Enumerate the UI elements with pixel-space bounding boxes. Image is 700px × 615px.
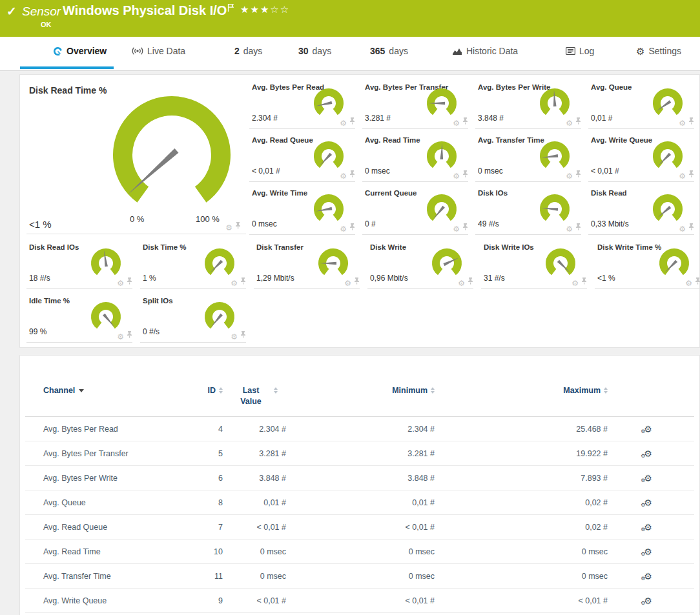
channel-name-link[interactable]: Avg. Bytes Per Read bbox=[25, 425, 180, 434]
channel-settings-icon[interactable]: ⚙⚙ bbox=[641, 596, 652, 605]
gauge-tile-avg-read-time[interactable]: Avg. Read Time 0 msec ⚙ bbox=[362, 133, 468, 182]
channel-settings-icon[interactable]: ⚙⚙ bbox=[641, 449, 652, 458]
gauge-pin-icon[interactable] bbox=[575, 116, 581, 127]
gauge-pin-icon[interactable] bbox=[581, 276, 587, 287]
gauge-pin-icon[interactable] bbox=[240, 276, 246, 287]
star-filled-icon[interactable]: ★ bbox=[260, 4, 270, 15]
channel-name-link[interactable]: Avg. Bytes Per Write bbox=[25, 474, 180, 483]
gauge-settings-gear-icon[interactable]: ⚙ bbox=[571, 279, 579, 287]
gauge-pin-icon[interactable] bbox=[688, 221, 694, 233]
gauge-pin-icon[interactable] bbox=[349, 221, 355, 233]
gauge-settings-gear-icon[interactable]: ⚙ bbox=[453, 172, 460, 180]
gauge-settings-gear-icon[interactable]: ⚙ bbox=[453, 119, 460, 127]
gauge-settings-gear-icon[interactable]: ⚙ bbox=[679, 172, 686, 180]
gauge-pin-icon[interactable] bbox=[127, 276, 132, 287]
column-header-channel[interactable]: Channel bbox=[25, 385, 180, 396]
tab-log[interactable]: Log bbox=[566, 46, 594, 56]
gauge-settings-gear-icon[interactable]: ⚙ bbox=[231, 333, 238, 341]
gauge-pin-icon[interactable] bbox=[127, 329, 132, 341]
channel-name-link[interactable]: Avg. Transfer Time bbox=[25, 572, 180, 581]
gauge-settings-gear-icon[interactable]: ⚙ bbox=[340, 225, 347, 233]
gauge-tile-avg-bytes-per-write[interactable]: Avg. Bytes Per Write 3.848 # ⚙ bbox=[475, 80, 581, 129]
column-header-maximum[interactable]: Maximum bbox=[435, 385, 608, 396]
gauge-settings-gear-icon[interactable]: ⚙ bbox=[566, 172, 573, 180]
gauge-settings-gear-icon[interactable]: ⚙ bbox=[225, 224, 232, 232]
gauge-pin-icon[interactable] bbox=[349, 168, 355, 180]
gauge-tile-avg-write-time[interactable]: Avg. Write Time 0 msec ⚙ bbox=[249, 186, 355, 235]
gauge-pin-icon[interactable] bbox=[688, 116, 694, 127]
gauge-settings-gear-icon[interactable]: ⚙ bbox=[453, 225, 460, 233]
gauge-settings-gear-icon[interactable]: ⚙ bbox=[117, 333, 124, 341]
gauge-settings-gear-icon[interactable]: ⚙ bbox=[340, 172, 347, 180]
gauge-tile-avg-bytes-per-read[interactable]: Avg. Bytes Per Read 2.304 # ⚙ bbox=[249, 80, 355, 129]
channel-name-link[interactable]: Avg. Queue bbox=[25, 498, 180, 507]
flag-icon[interactable] bbox=[227, 3, 235, 15]
channel-name-link[interactable]: Avg. Read Time bbox=[25, 547, 180, 556]
gauge-settings-gear-icon[interactable]: ⚙ bbox=[231, 279, 238, 287]
gauge-tile-disk-write-time[interactable]: Disk Write Time % <1 % ⚙ bbox=[595, 240, 700, 289]
gauge-tile-disk-write[interactable]: Disk Write 0,96 Mbit/s ⚙ bbox=[367, 240, 473, 289]
tab-live-data[interactable]: Live Data bbox=[132, 46, 185, 56]
gauge-settings-gear-icon[interactable]: ⚙ bbox=[340, 119, 347, 127]
gauge-settings-gear-icon[interactable]: ⚙ bbox=[566, 119, 573, 127]
gauge-pin-icon[interactable] bbox=[575, 221, 581, 233]
gauge-tile-disk-time[interactable]: Disk Time % 1 % ⚙ bbox=[140, 240, 246, 289]
channel-name-link[interactable]: Avg. Write Queue bbox=[25, 596, 180, 605]
tab-365-days[interactable]: 365days bbox=[370, 46, 408, 56]
gauge-pin-icon[interactable] bbox=[688, 168, 694, 180]
priority-stars[interactable]: ★★★☆☆ bbox=[240, 4, 290, 15]
star-filled-icon[interactable]: ★ bbox=[250, 4, 260, 15]
channel-name-link[interactable]: Avg. Read Queue bbox=[25, 523, 180, 532]
channel-settings-icon[interactable]: ⚙⚙ bbox=[641, 523, 652, 532]
gauge-settings-gear-icon[interactable]: ⚙ bbox=[685, 279, 692, 287]
channel-settings-icon[interactable]: ⚙⚙ bbox=[641, 547, 652, 556]
tab-settings[interactable]: ⚙Settings bbox=[636, 46, 681, 56]
column-header-last-value[interactable]: Last Value bbox=[223, 385, 286, 407]
gauge-tile-avg-write-queue[interactable]: Avg. Write Queue < 0,01 # ⚙ bbox=[588, 133, 694, 182]
gauge-pin-icon[interactable] bbox=[462, 168, 468, 180]
gauge-pin-icon[interactable] bbox=[349, 116, 355, 127]
star-empty-icon[interactable]: ☆ bbox=[270, 4, 280, 15]
gauge-settings-gear-icon[interactable]: ⚙ bbox=[344, 279, 351, 287]
gauge-pin-icon[interactable] bbox=[462, 116, 468, 127]
channel-settings-icon[interactable]: ⚙⚙ bbox=[641, 474, 652, 483]
channel-settings-icon[interactable]: ⚙⚙ bbox=[641, 572, 652, 581]
gauge-settings-gear-icon[interactable]: ⚙ bbox=[458, 279, 465, 287]
gauge-pin-icon[interactable] bbox=[695, 276, 700, 287]
gauge-tile-disk-ios[interactable]: Disk IOs 49 #/s ⚙ bbox=[475, 186, 581, 235]
tab-30-days[interactable]: 30days bbox=[298, 46, 331, 56]
gauge-tile-idle-time[interactable]: Idle Time % 99 % ⚙ bbox=[26, 294, 132, 343]
channel-name-link[interactable]: Avg. Bytes Per Transfer bbox=[25, 449, 180, 458]
column-header-id[interactable]: ID bbox=[180, 385, 223, 396]
gauge-tile-current-queue[interactable]: Current Queue 0 # ⚙ bbox=[362, 186, 468, 235]
gauge-tile-avg-bytes-per-transfer[interactable]: Avg. Bytes Per Transfer 3.281 # ⚙ bbox=[362, 80, 468, 129]
gauge-tile-disk-transfer[interactable]: Disk Transfer 1,29 Mbit/s ⚙ bbox=[254, 240, 360, 289]
gauge-tile-avg-transfer-time[interactable]: Avg. Transfer Time 0 msec ⚙ bbox=[475, 133, 581, 182]
gauge-tile-disk-write-ios[interactable]: Disk Write IOs 31 #/s ⚙ bbox=[481, 240, 587, 289]
gauge-pin-icon[interactable] bbox=[462, 221, 468, 233]
gauge-pin-icon[interactable] bbox=[575, 168, 581, 180]
gauge-value: 0 #/s bbox=[143, 327, 160, 336]
tab-2-days[interactable]: 2days bbox=[234, 46, 262, 56]
gauge-pin-icon[interactable] bbox=[354, 276, 360, 287]
gauge-tile-disk-read[interactable]: Disk Read 0,33 Mbit/s ⚙ bbox=[588, 186, 694, 235]
gauge-tile-split-ios[interactable]: Split IOs 0 #/s ⚙ bbox=[140, 294, 246, 343]
star-filled-icon[interactable]: ★ bbox=[240, 4, 250, 15]
tab-historic-data[interactable]: Historic Data bbox=[452, 46, 518, 56]
gauge-pin-icon[interactable] bbox=[468, 276, 473, 287]
gauge-settings-gear-icon[interactable]: ⚙ bbox=[679, 119, 686, 127]
column-header-minimum[interactable]: Minimum bbox=[286, 385, 435, 396]
main-gauge-tile[interactable]: Disk Read Time % 0 % 100 % <1 % ⚙ bbox=[26, 80, 246, 234]
star-empty-icon[interactable]: ☆ bbox=[280, 4, 290, 15]
gauge-settings-gear-icon[interactable]: ⚙ bbox=[566, 225, 573, 233]
gauge-pin-icon[interactable] bbox=[240, 329, 246, 341]
channel-settings-icon[interactable]: ⚙⚙ bbox=[641, 498, 652, 507]
gauge-settings-gear-icon[interactable]: ⚙ bbox=[117, 279, 124, 287]
channel-settings-icon[interactable]: ⚙⚙ bbox=[641, 425, 652, 434]
tab-overview[interactable]: Overview bbox=[53, 46, 107, 56]
gauge-pin-icon[interactable] bbox=[235, 220, 241, 232]
gauge-tile-avg-queue[interactable]: Avg. Queue 0,01 # ⚙ bbox=[588, 80, 694, 129]
gauge-tile-disk-read-ios[interactable]: Disk Read IOs 18 #/s ⚙ bbox=[26, 240, 132, 289]
gauge-tile-avg-read-queue[interactable]: Avg. Read Queue < 0,01 # ⚙ bbox=[249, 133, 355, 182]
gauge-settings-gear-icon[interactable]: ⚙ bbox=[679, 225, 686, 233]
